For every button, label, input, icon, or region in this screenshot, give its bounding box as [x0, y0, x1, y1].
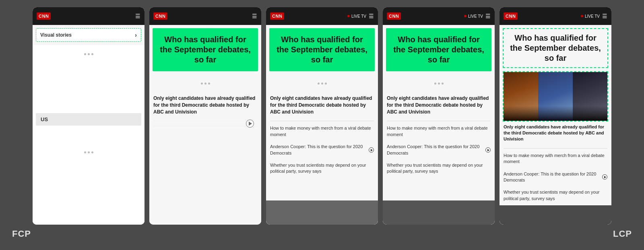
- dot-p4-3: [442, 83, 444, 85]
- hamburger-icon-4[interactable]: ☰: [485, 13, 491, 19]
- live-dot-4: [464, 15, 466, 17]
- divider-3a: [270, 121, 374, 121]
- article-title-5: Who has qualified for the September deba…: [508, 33, 603, 63]
- hamburger-icon-2[interactable]: ☰: [252, 13, 257, 19]
- phones-container: CNN ☰ Visual stories › US: [0, 0, 644, 225]
- hamburger-icon-3[interactable]: ☰: [369, 13, 374, 19]
- bottom-image-4: [383, 200, 495, 225]
- article-title-box-4: Who has qualified for the September deba…: [386, 28, 491, 71]
- metric-labels-row: FCP LCP: [0, 225, 644, 239]
- article-title-4: Who has qualified for the September deba…: [392, 35, 486, 65]
- live-tv-4: LIVE TV: [464, 14, 483, 19]
- sub-article-text-5-3: Whether you trust scientists may depend …: [504, 189, 607, 202]
- face-kamala: [504, 72, 538, 121]
- play-icon-5: [602, 174, 607, 180]
- cnn-header-2: CNN ☰: [149, 7, 261, 25]
- dot-p4-1: [434, 83, 436, 85]
- lcp-label: LCP: [613, 229, 632, 239]
- loading-dots-2: [33, 143, 144, 161]
- play-icon-3: [369, 147, 374, 153]
- cnn-logo-3: CNN: [270, 12, 284, 20]
- header-right-5: LIVE TV ☰: [581, 13, 607, 19]
- phone-1-white-area: US: [33, 45, 144, 225]
- sub-article-5-2[interactable]: Anderson Cooper: This is the question fo…: [500, 169, 611, 187]
- live-tv-text-3: LIVE TV: [351, 14, 366, 19]
- dot-p2-2: [204, 83, 206, 85]
- chevron-right-icon: ›: [135, 32, 137, 38]
- article-headline-2: Only eight candidates have already quali…: [153, 95, 257, 115]
- loading-dots-phone4: [383, 74, 495, 93]
- divider-4a: [387, 121, 491, 121]
- article-title-box-2: Who has qualified for the September deba…: [153, 28, 258, 71]
- sub-article-text-5-1: How to make money with merch from a vira…: [504, 153, 607, 165]
- article-title-3: Who has qualified for the September deba…: [275, 35, 369, 65]
- sub-article-3-2[interactable]: Anderson Cooper: This is the question fo…: [266, 141, 378, 160]
- sub-article-text-4-3: Whether you trust scientists may depend …: [387, 162, 491, 175]
- phone-1: CNN ☰ Visual stories › US: [33, 7, 144, 225]
- politician-image-5: [503, 71, 608, 122]
- article-title-box-5: Who has qualified for the September deba…: [503, 28, 608, 68]
- hamburger-icon-5[interactable]: ☰: [602, 13, 607, 19]
- article-text-3: Only eight candidates have already quali…: [266, 93, 378, 119]
- live-dot-5: [581, 15, 583, 17]
- sub-article-3-3[interactable]: Whether you trust scientists may depend …: [266, 160, 378, 178]
- cnn-logo-2: CNN: [153, 12, 167, 20]
- cnn-header-1: CNN ☰: [33, 7, 144, 25]
- dot-2: [88, 53, 90, 55]
- live-tv-text-4: LIVE TV: [468, 14, 483, 19]
- loading-dots-phone3: [266, 74, 378, 93]
- dot-p2-3: [208, 83, 210, 85]
- face-biden: [538, 72, 573, 121]
- phone-4-body: Who has qualified for the September deba…: [383, 25, 495, 225]
- phone-4: CNN LIVE TV ☰ Who has qualified for the …: [383, 7, 495, 225]
- loading-dots-1: [33, 45, 144, 63]
- dot-p2-1: [201, 83, 203, 85]
- sub-article-text-5-2: Anderson Cooper: This is the question fo…: [504, 171, 607, 184]
- bottom-image-3: [266, 200, 378, 225]
- phone-5-body: Who has qualified for the September deba…: [500, 25, 611, 225]
- phone-1-body: Visual stories › US: [33, 25, 144, 225]
- sub-article-5-3[interactable]: Whether you trust scientists may depend …: [500, 187, 611, 205]
- live-tv-5: LIVE TV: [581, 14, 600, 19]
- bottom-image-5: [500, 205, 611, 225]
- divider-5a: [504, 148, 607, 149]
- visual-stories-bar[interactable]: Visual stories ›: [36, 28, 141, 42]
- cnn-logo-4: CNN: [387, 12, 401, 20]
- play-icon-4: [485, 147, 491, 153]
- header-right-4: LIVE TV ☰: [464, 13, 491, 19]
- article-headline-4: Only eight candidates have already quali…: [387, 95, 491, 115]
- sub-article-text-3-3: Whether you trust scientists may depend …: [270, 162, 374, 175]
- dot-3: [91, 53, 93, 55]
- dot-6: [91, 151, 93, 153]
- sub-article-4-1[interactable]: How to make money with merch from a vira…: [383, 123, 495, 141]
- cnn-header-4: CNN LIVE TV ☰: [383, 7, 495, 25]
- dot-1: [84, 53, 86, 55]
- article-text-2: Only eight candidates have already quali…: [149, 93, 261, 119]
- face-third: [573, 72, 607, 121]
- dot-p3-1: [318, 83, 320, 85]
- phone-5: CNN LIVE TV ☰ Who has qualified for the …: [500, 7, 611, 225]
- sub-article-4-3[interactable]: Whether you trust scientists may depend …: [383, 160, 495, 178]
- sub-article-text-4-2: Anderson Cooper: This is the question fo…: [387, 144, 491, 156]
- dot-p4-2: [438, 83, 440, 85]
- loading-dots-phone2: [149, 74, 261, 93]
- sub-article-5-1[interactable]: How to make money with merch from a vira…: [500, 150, 611, 169]
- cnn-logo-5: CNN: [504, 12, 518, 20]
- phone-3: CNN LIVE TV ☰ Who has qualified for the …: [266, 7, 378, 225]
- cnn-header-3: CNN LIVE TV ☰: [266, 7, 378, 25]
- video-play-2[interactable]: [246, 120, 254, 128]
- sub-article-3-1[interactable]: How to make money with merch from a vira…: [266, 123, 378, 141]
- phone-3-body: Who has qualified for the September deba…: [266, 25, 378, 225]
- sub-article-4-2[interactable]: Anderson Cooper: This is the question fo…: [383, 141, 495, 160]
- sub-article-text-3-2: Anderson Cooper: This is the question fo…: [270, 144, 374, 156]
- fcp-label: FCP: [12, 229, 31, 239]
- article-headline-3: Only eight candidates have already quali…: [270, 95, 374, 115]
- dot-p3-3: [325, 83, 327, 85]
- live-tv-3: LIVE TV: [347, 14, 366, 19]
- phone-2: CNN ☰ Who has qualified for the Septembe…: [149, 7, 261, 225]
- hamburger-icon-1[interactable]: ☰: [135, 13, 140, 19]
- us-section-label: US: [36, 113, 141, 126]
- cnn-header-5: CNN LIVE TV ☰: [500, 7, 611, 25]
- sub-article-text-3-1: How to make money with merch from a vira…: [270, 125, 374, 138]
- header-right-3: LIVE TV ☰: [347, 13, 374, 19]
